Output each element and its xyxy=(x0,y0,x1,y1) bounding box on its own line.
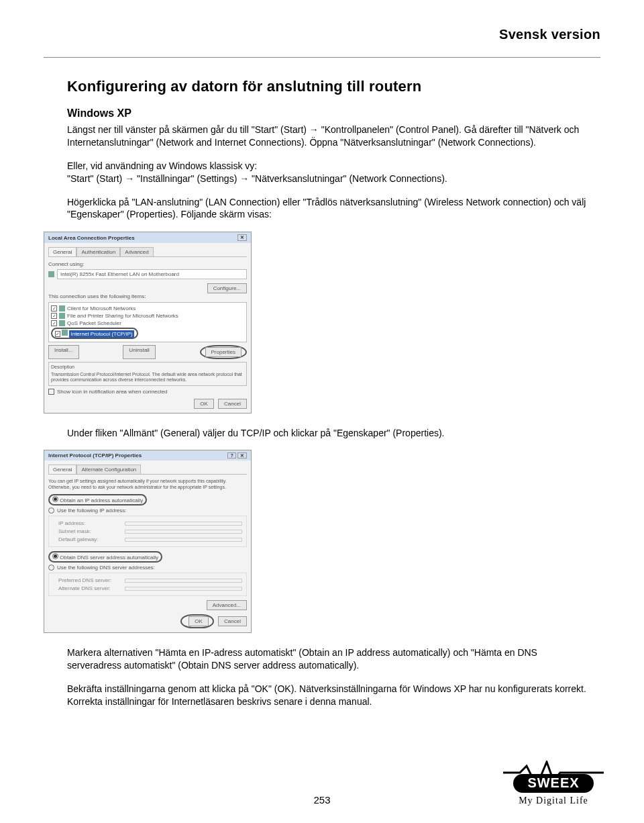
tab-general[interactable]: General xyxy=(48,465,76,474)
radio-auto-dns[interactable] xyxy=(52,553,58,559)
gateway-field xyxy=(125,538,242,542)
opt-auto-ip: Obtain an IP address automatically xyxy=(60,497,143,503)
dialog2-titlebar: Internet Protocol (TCP/IP) Properties ? … xyxy=(44,450,251,461)
share-icon xyxy=(59,313,65,319)
checkbox-icon[interactable]: ✓ xyxy=(51,320,57,326)
client-icon xyxy=(59,305,65,311)
uninstall-button[interactable]: Uninstall xyxy=(123,345,156,359)
brand-text: SWEEX xyxy=(527,775,579,790)
language-version-label: Svensk version xyxy=(44,27,600,42)
show-icon-checkbox[interactable] xyxy=(48,389,54,395)
highlight-circle: Obtain an IP address automatically xyxy=(48,494,147,505)
section-subtitle: Windows XP xyxy=(67,107,594,119)
highlight-circle: Obtain DNS server address automatically xyxy=(48,551,162,563)
opt-static-ip: Use the following IP address: xyxy=(57,507,126,514)
ok-button[interactable]: OK xyxy=(194,399,214,409)
dialog1-titlebar: Local Area Connection Properties ✕ xyxy=(44,232,251,243)
tab-advanced[interactable]: Advanced xyxy=(120,247,154,256)
dialog2-title: Internet Protocol (TCP/IP) Properties xyxy=(48,452,142,458)
paragraph-3: Högerklicka på "LAN-anslutning" (LAN Con… xyxy=(67,196,594,222)
checkbox-icon[interactable]: ✓ xyxy=(55,331,60,337)
items-listbox[interactable]: ✓Client for Microsoft Networks ✓File and… xyxy=(48,302,247,342)
tab-general[interactable]: General xyxy=(48,247,76,256)
tab-authentication[interactable]: Authentication xyxy=(76,247,120,256)
section-title: Konfigurering av datorn för anslutning t… xyxy=(67,78,594,95)
gateway-label: Default gateway: xyxy=(58,536,122,542)
paragraph-2: Eller, vid användning av Windows klassis… xyxy=(67,160,594,185)
header-divider xyxy=(44,57,600,58)
subnet-field xyxy=(125,530,242,534)
checkbox-icon[interactable]: ✓ xyxy=(51,305,57,311)
tab-alternate[interactable]: Alternate Configuration xyxy=(76,465,141,474)
show-icon-label: Show icon in notification area when conn… xyxy=(57,389,168,395)
item-2: File and Printer Sharing for Microsoft N… xyxy=(67,313,178,319)
paragraph-4: Under fliken "Allmänt" (General) väljer … xyxy=(67,427,594,440)
highlight-circle: ✓ Internet Protocol (TCP/IP) xyxy=(51,328,138,339)
brand-tagline: My Digital Life xyxy=(500,795,607,806)
highlight-circle: Properties xyxy=(200,345,247,359)
dns2-label: Alternate DNS server: xyxy=(58,585,122,591)
properties-button[interactable]: Properties xyxy=(205,347,241,357)
dialog1-title: Local Area Connection Properties xyxy=(48,235,135,241)
qos-icon xyxy=(59,320,65,326)
dialog1-tabs: GeneralAuthenticationAdvanced xyxy=(48,247,247,257)
tcpip-icon xyxy=(62,330,68,336)
radio-static-dns[interactable] xyxy=(48,565,54,571)
advanced-button[interactable]: Advanced... xyxy=(207,600,247,610)
paragraph-5: Markera alternativen "Hämta en IP-adress… xyxy=(67,646,594,672)
help-icon[interactable]: ? xyxy=(227,452,235,458)
configure-button[interactable]: Configure... xyxy=(207,283,247,293)
uses-items-label: This connection uses the following items… xyxy=(48,293,247,299)
adapter-field: Intel(R) 8255x Fast Ethernet LAN on Moth… xyxy=(57,269,247,279)
brand-logo: SWEEX My Digital Life xyxy=(500,761,607,806)
ip-label: IP address: xyxy=(58,520,122,526)
dns1-label: Preferred DNS server: xyxy=(58,577,122,583)
radio-auto-ip[interactable] xyxy=(52,496,58,502)
intro-text: You can get IP settings assigned automat… xyxy=(48,479,247,490)
item-1: Client for Microsoft Networks xyxy=(67,305,136,311)
close-icon[interactable]: ✕ xyxy=(237,234,247,241)
opt-static-dns: Use the following DNS server addresses: xyxy=(57,565,155,571)
cancel-button[interactable]: Cancel xyxy=(218,616,247,626)
item-3: QoS Packet Scheduler xyxy=(67,320,121,326)
adapter-icon xyxy=(48,271,54,277)
dns2-field xyxy=(125,587,242,591)
radio-static-ip[interactable] xyxy=(48,507,54,514)
screenshot-tcpip-properties: Internet Protocol (TCP/IP) Properties ? … xyxy=(44,450,252,633)
install-button[interactable]: Install... xyxy=(48,345,79,359)
page-number: 253 xyxy=(313,794,330,806)
dialog2-tabs: GeneralAlternate Configuration xyxy=(48,465,247,475)
desc-text: Transmission Control Protocol/Internet P… xyxy=(51,372,244,383)
paragraph-6: Bekräfta inställningarna genom att klick… xyxy=(67,683,594,708)
description-box: Description Transmission Control Protoco… xyxy=(48,362,247,385)
connect-using-label: Connect using: xyxy=(48,261,247,267)
screenshot-lan-properties: Local Area Connection Properties ✕ Gener… xyxy=(44,232,252,413)
checkbox-icon[interactable]: ✓ xyxy=(51,313,57,319)
dns1-field xyxy=(125,579,242,583)
ok-button[interactable]: OK xyxy=(189,616,209,626)
cancel-button[interactable]: Cancel xyxy=(218,399,247,409)
highlight-circle: OK xyxy=(180,614,214,628)
item-4: Internet Protocol (TCP/IP) xyxy=(69,330,133,338)
close-icon[interactable]: ✕ xyxy=(237,452,247,458)
desc-label: Description xyxy=(51,365,244,370)
subnet-label: Subnet mask: xyxy=(58,528,122,534)
ip-field xyxy=(125,522,242,526)
paragraph-1: Längst ner till vänster på skärmen går d… xyxy=(67,124,594,149)
opt-auto-dns: Obtain DNS server address automatically xyxy=(60,554,158,561)
